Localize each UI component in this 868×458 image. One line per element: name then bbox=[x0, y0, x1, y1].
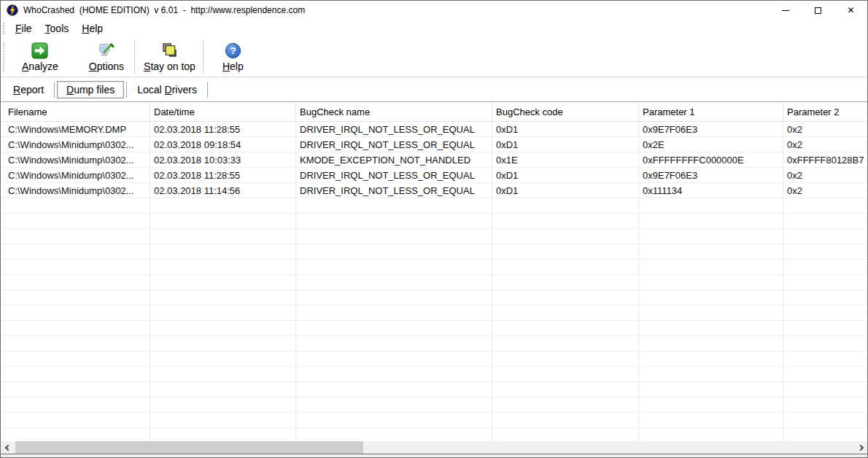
table-cell[interactable]: DRIVER_IRQL_NOT_LESS_OR_EQUAL bbox=[296, 183, 492, 198]
toolbar-gripper[interactable] bbox=[3, 42, 6, 71]
table-cell bbox=[296, 214, 492, 229]
menu-file[interactable]: File bbox=[9, 21, 39, 36]
table-cell[interactable]: KMODE_EXCEPTION_NOT_HANDLED bbox=[296, 152, 492, 168]
table-cell bbox=[783, 306, 867, 321]
table-row-empty bbox=[1, 306, 867, 321]
table-cell bbox=[296, 275, 492, 290]
table-cell bbox=[150, 336, 296, 352]
minimize-icon bbox=[782, 10, 789, 11]
table-cell[interactable]: C:\Windows\Minidump\0302... bbox=[1, 137, 150, 152]
table-row-empty bbox=[1, 428, 867, 441]
column-header-parameter-1[interactable]: Parameter 1 bbox=[639, 102, 783, 122]
table-row-empty bbox=[1, 382, 867, 397]
stay-on-top-button[interactable]: Stay on top bbox=[139, 41, 200, 74]
table-row[interactable]: C:\Windows\Minidump\0302...02.03.2018 11… bbox=[1, 183, 867, 198]
table-cell bbox=[492, 352, 639, 367]
table-cell[interactable]: DRIVER_IRQL_NOT_LESS_OR_EQUAL bbox=[296, 122, 492, 137]
menu-help[interactable]: Help bbox=[75, 21, 109, 36]
menubar-gripper[interactable] bbox=[3, 23, 6, 34]
table-row[interactable]: C:\Windows\Minidump\0302...02.03.2018 11… bbox=[1, 168, 867, 183]
table-cell[interactable]: 0x1E bbox=[492, 152, 639, 168]
table-cell bbox=[783, 367, 867, 382]
table-cell bbox=[783, 428, 867, 441]
close-button[interactable]: ✕ bbox=[834, 1, 867, 20]
table-cell[interactable]: 0x2 bbox=[783, 122, 867, 137]
table-row-empty bbox=[1, 352, 867, 367]
minimize-button[interactable] bbox=[769, 1, 802, 20]
table-cell bbox=[150, 321, 296, 336]
table-cell[interactable]: 0xD1 bbox=[492, 122, 639, 137]
table-cell[interactable]: DRIVER_IRQL_NOT_LESS_OR_EQUAL bbox=[296, 168, 492, 183]
table-cell[interactable]: C:\Windows\Minidump\0302... bbox=[1, 183, 150, 198]
table-row[interactable]: C:\Windows\MEMORY.DMP02.03.2018 11:28:55… bbox=[1, 122, 867, 137]
menu-tools[interactable]: Tools bbox=[39, 21, 76, 36]
help-label: Help bbox=[222, 61, 244, 72]
tab-dump-files[interactable]: Dump files bbox=[57, 81, 124, 98]
table-cell[interactable]: 0x2 bbox=[783, 183, 867, 198]
table-cell[interactable]: 02.03.2018 09:18:54 bbox=[150, 137, 296, 152]
table-cell[interactable]: DRIVER_IRQL_NOT_LESS_OR_EQUAL bbox=[296, 137, 492, 152]
table-cell bbox=[1, 336, 150, 352]
table-cell[interactable]: 02.03.2018 10:03:33 bbox=[150, 152, 296, 168]
column-header-bugcheck-code[interactable]: BugCheck code bbox=[492, 102, 639, 122]
table-row-empty bbox=[1, 214, 867, 229]
table-cell[interactable]: C:\Windows\Minidump\0302... bbox=[1, 168, 150, 183]
table-cell[interactable]: 0xD1 bbox=[492, 137, 639, 152]
table-cell[interactable]: 0x9E7F06E3 bbox=[639, 168, 783, 183]
table-cell[interactable]: 0xD1 bbox=[492, 183, 639, 198]
stay-on-top-label: Stay on top bbox=[144, 61, 195, 72]
table-cell bbox=[783, 413, 867, 428]
column-header-bugcheck-name[interactable]: BugCheck name bbox=[296, 102, 492, 122]
table-cell[interactable]: 02.03.2018 11:14:56 bbox=[150, 183, 296, 198]
table-cell[interactable]: 0x111134 bbox=[639, 183, 783, 198]
table-cell bbox=[783, 290, 867, 306]
scroll-right-button[interactable] bbox=[855, 441, 867, 454]
options-button[interactable]: Options bbox=[85, 41, 128, 74]
table-cell bbox=[492, 229, 639, 244]
toolbar-separator bbox=[203, 40, 204, 74]
table-row[interactable]: C:\Windows\Minidump\0302...02.03.2018 10… bbox=[1, 152, 867, 168]
table-row-empty bbox=[1, 336, 867, 352]
table-cell bbox=[783, 275, 867, 290]
table-cell bbox=[1, 198, 150, 214]
table-cell[interactable]: 0xFFFFFFFFC000000E bbox=[639, 152, 783, 168]
table-row-empty bbox=[1, 198, 867, 214]
column-header-parameter-2[interactable]: Parameter 2 bbox=[783, 102, 867, 122]
table-cell bbox=[639, 336, 783, 352]
app-icon bbox=[7, 4, 18, 16]
table-cell[interactable]: 0x2 bbox=[783, 168, 867, 183]
table-cell bbox=[296, 352, 492, 367]
table-cell[interactable]: C:\Windows\MEMORY.DMP bbox=[1, 122, 150, 137]
tab-bar: Report Dump files Local Drivers bbox=[1, 77, 867, 101]
table-cell[interactable]: C:\Windows\Minidump\0302... bbox=[1, 152, 150, 168]
column-header-datetime[interactable]: Date/time bbox=[150, 102, 296, 122]
table-cell[interactable]: 02.03.2018 11:28:55 bbox=[150, 168, 296, 183]
table-cell bbox=[150, 229, 296, 244]
help-button[interactable]: ? Help bbox=[218, 41, 248, 74]
stay-on-top-icon bbox=[161, 42, 178, 59]
table-cell[interactable]: 0x2E bbox=[639, 137, 783, 152]
horizontal-scrollbar[interactable] bbox=[1, 441, 867, 454]
table-row[interactable]: C:\Windows\Minidump\0302...02.03.2018 09… bbox=[1, 137, 867, 152]
table-cell[interactable]: 0xFFFFF80128B7 bbox=[783, 152, 867, 168]
table-cell bbox=[639, 382, 783, 397]
table-cell bbox=[783, 198, 867, 214]
table-cell bbox=[150, 413, 296, 428]
table-cell bbox=[1, 275, 150, 290]
table-cell bbox=[492, 336, 639, 352]
tab-local-drivers[interactable]: Local Drivers bbox=[129, 81, 205, 98]
scroll-left-button[interactable] bbox=[1, 441, 13, 454]
tab-report[interactable]: Report bbox=[5, 81, 52, 98]
table-cell[interactable]: 0x9E7F06E3 bbox=[639, 122, 783, 137]
table-cell[interactable]: 0x2 bbox=[783, 137, 867, 152]
column-header-filename[interactable]: Filename bbox=[1, 102, 150, 122]
maximize-button[interactable] bbox=[802, 1, 834, 20]
analyze-button[interactable]: Analyze bbox=[18, 41, 63, 74]
table-cell bbox=[492, 275, 639, 290]
scrollbar-thumb[interactable] bbox=[15, 441, 363, 454]
table-cell bbox=[296, 244, 492, 260]
table-cell[interactable]: 02.03.2018 11:28:55 bbox=[150, 122, 296, 137]
table-cell[interactable]: 0xD1 bbox=[492, 168, 639, 183]
table-cell bbox=[296, 306, 492, 321]
table-cell bbox=[783, 260, 867, 275]
